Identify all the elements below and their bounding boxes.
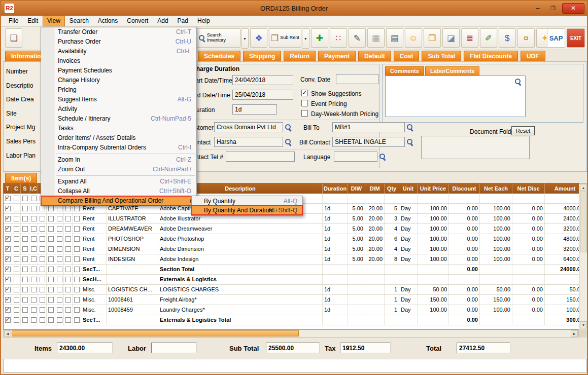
cell-diw[interactable]: 5.00 xyxy=(348,224,365,234)
row-checkbox[interactable] xyxy=(74,277,80,282)
conv-date-field[interactable] xyxy=(336,74,378,84)
column-header-diw[interactable]: DIW xyxy=(348,183,365,194)
item-row-11[interactable]: Misc.10008459Laundry Charges*1d1Day100.0… xyxy=(4,305,586,315)
row-checkbox[interactable] xyxy=(14,196,19,201)
row-checkbox[interactable] xyxy=(57,267,62,272)
row-checkbox[interactable] xyxy=(48,317,54,323)
view-menu-item-order-items-assets-details[interactable]: Order Items' / Assets' Details xyxy=(41,133,196,143)
cell-net_each[interactable]: 50.00 xyxy=(480,285,512,294)
row-checkbox[interactable] xyxy=(65,256,71,262)
row-checkbox[interactable] xyxy=(31,277,37,282)
cell-net_disc[interactable] xyxy=(512,194,545,203)
cell-diw[interactable] xyxy=(348,194,365,203)
cell-dur[interactable]: 1d xyxy=(323,305,348,315)
row-checkbox[interactable] xyxy=(65,297,71,303)
row-checkbox[interactable] xyxy=(57,236,62,242)
tab-items[interactable]: Item(s) xyxy=(5,173,37,183)
cell-dur[interactable]: 1d xyxy=(323,244,348,254)
sap-button[interactable]: SAP xyxy=(547,28,565,48)
row-checkbox[interactable] xyxy=(31,287,37,292)
row-checkbox[interactable] xyxy=(57,246,62,252)
cell-dim[interactable]: 20.00 xyxy=(365,224,385,234)
tab-cost[interactable]: Cost xyxy=(394,51,420,61)
row-checkbox[interactable] xyxy=(65,317,71,323)
cell-desc[interactable]: LOGISTICS CHARGES xyxy=(158,285,323,294)
item-row-4[interactable]: RentPHOTOSHOPAdobe Photoshop1d5.0020.006… xyxy=(4,234,586,244)
row-checkbox[interactable] xyxy=(74,226,80,232)
subtotal-field[interactable]: 25500.00 xyxy=(266,343,320,353)
row-checkbox[interactable] xyxy=(40,246,45,252)
cell-qty[interactable] xyxy=(385,275,399,284)
item-row-9[interactable]: Misc.LOGISTICS CH...LOGISTICS CHARGES1d1… xyxy=(4,285,586,295)
cell-price[interactable]: 100.00 xyxy=(418,254,449,264)
scroll-down-icon[interactable]: ▼ xyxy=(580,321,587,328)
contact-tel-field[interactable] xyxy=(226,152,295,162)
cell-net_each[interactable]: 100.00 xyxy=(480,214,512,223)
cell-diw[interactable] xyxy=(348,315,365,325)
vertical-scrollbar[interactable]: ▲ ▼ xyxy=(579,183,587,329)
new-document-button[interactable]: ❏ xyxy=(5,28,22,48)
cell-qty[interactable]: 1 xyxy=(385,305,399,315)
cell-qty[interactable]: 3 xyxy=(385,214,399,223)
cell-unit[interactable]: Day xyxy=(399,305,418,315)
cell-unit[interactable]: Day xyxy=(399,234,418,244)
row-checkbox[interactable] xyxy=(48,256,54,262)
cell-disc[interactable]: 0.00 xyxy=(449,285,480,294)
menu-pad[interactable]: Pad xyxy=(173,16,193,26)
row-checkbox[interactable] xyxy=(48,246,54,252)
cell-net_disc[interactable]: 0.00 xyxy=(512,295,545,305)
row-checkbox[interactable] xyxy=(14,297,19,303)
cell-unit[interactable] xyxy=(399,194,418,203)
row-checkbox[interactable] xyxy=(22,297,28,303)
row-checkbox[interactable] xyxy=(22,317,28,323)
menu-add[interactable]: Add xyxy=(153,16,172,26)
shapes-button[interactable]: ❖ xyxy=(250,28,267,48)
bill-contact-field[interactable]: SHEETAL INGALE xyxy=(332,137,405,147)
row-checkbox[interactable] xyxy=(57,226,62,232)
row-checkbox[interactable] xyxy=(31,206,37,211)
row-checkbox[interactable] xyxy=(40,267,45,272)
bill-contact-lookup-icon[interactable] xyxy=(406,138,413,145)
cell-code[interactable]: PHOTOSHOP xyxy=(107,234,158,244)
cell-disc[interactable]: 0.00 xyxy=(449,315,480,325)
row-checkbox[interactable] xyxy=(48,226,54,232)
sub-rent-button-dropdown[interactable]: ▼ xyxy=(302,28,309,49)
row-checkbox[interactable] xyxy=(14,246,19,252)
row-checkbox[interactable] xyxy=(48,297,54,303)
maximize-button[interactable]: ❐ xyxy=(547,4,559,13)
row-checkbox[interactable] xyxy=(5,236,11,242)
row-checkbox[interactable] xyxy=(31,246,37,252)
cell-dur[interactable] xyxy=(323,265,348,274)
cell-disc[interactable]: 0.00 xyxy=(449,265,480,274)
view-menu-item-intra-company-subrental-orders[interactable]: Intra-Company Subrental OrdersCtrl-I xyxy=(41,143,196,153)
column-header-net_disc[interactable]: Net Disc xyxy=(512,183,545,194)
row-checkbox[interactable] xyxy=(40,216,45,221)
cell-price[interactable]: 100.00 xyxy=(418,305,449,315)
add-button[interactable]: ✚ xyxy=(311,28,328,48)
smiley-button[interactable]: ☺ xyxy=(405,28,422,48)
cell-net_disc[interactable] xyxy=(512,275,545,284)
row-checkbox[interactable] xyxy=(65,287,71,292)
row-checkbox[interactable] xyxy=(22,216,28,221)
row-checkbox[interactable] xyxy=(31,307,37,313)
items-total-field[interactable]: 24300.00 xyxy=(57,343,113,353)
cell-unit[interactable] xyxy=(399,275,418,284)
cell-dim[interactable] xyxy=(365,275,385,284)
cell-price[interactable]: 50.00 xyxy=(418,285,449,294)
cell-net_each[interactable] xyxy=(480,194,512,203)
grand-total-field[interactable]: 27412.50 xyxy=(457,343,510,353)
row-checkbox[interactable] xyxy=(74,256,80,262)
item-row-8[interactable]: SecH...Externals & Logistics xyxy=(4,275,586,285)
row-checkbox[interactable] xyxy=(22,277,28,282)
cell-net_disc[interactable] xyxy=(512,265,545,274)
labor-total-field[interactable] xyxy=(151,343,197,353)
cell-dur[interactable] xyxy=(323,194,348,203)
row-checkbox[interactable] xyxy=(48,206,54,211)
cell-desc[interactable]: Adobe Photoshop xyxy=(158,234,323,244)
cell-type[interactable]: Rent xyxy=(81,224,107,234)
view-menu-item-collapse-all[interactable]: Collapse AllCtrl+Shift-O xyxy=(41,186,196,196)
bill-to-lookup-icon[interactable] xyxy=(406,124,413,131)
cell-net_disc[interactable]: 0.00 xyxy=(512,224,545,234)
row-checkbox[interactable] xyxy=(5,267,11,272)
cell-net_disc[interactable]: 0.00 xyxy=(512,244,545,254)
